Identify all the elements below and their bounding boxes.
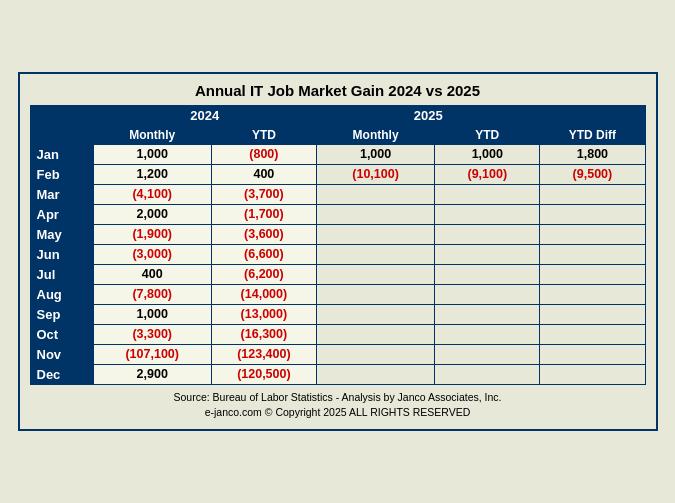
table-row: Apr2,000(1,700): [30, 204, 645, 224]
monthly-2024-value: (3,300): [93, 324, 211, 344]
ytd-2025-value: [435, 344, 540, 364]
monthly-2024-value: (1,900): [93, 224, 211, 244]
ytd-diff-value: [540, 284, 645, 304]
monthly-2024-value: (107,100): [93, 344, 211, 364]
ytd-2024-value: (13,000): [211, 304, 316, 324]
ytd-2025-value: [435, 304, 540, 324]
month-col-header: [30, 125, 93, 144]
ytd-2025-value: [435, 224, 540, 244]
month-label: May: [30, 224, 93, 244]
ytd-diff-value: 1,800: [540, 144, 645, 164]
ytddiff-header: [540, 105, 645, 125]
table-body: Jan1,000(800)1,0001,0001,800Feb1,200400(…: [30, 144, 645, 384]
monthly-2025-value: [316, 204, 434, 224]
month-label: Mar: [30, 184, 93, 204]
ytd-2025-value: 1,000: [435, 144, 540, 164]
chart-title: Annual IT Job Market Gain 2024 vs 2025: [30, 82, 646, 99]
ytd-2024-value: (1,700): [211, 204, 316, 224]
ytd-diff-value: [540, 304, 645, 324]
month-label: Jul: [30, 264, 93, 284]
monthly-2024-value: 2,000: [93, 204, 211, 224]
table-row: Jun(3,000)(6,600): [30, 244, 645, 264]
ytd-2024-header: YTD: [211, 125, 316, 144]
ytd-diff-value: [540, 244, 645, 264]
ytd-2024-value: 400: [211, 164, 316, 184]
month-label: Jun: [30, 244, 93, 264]
monthly-2025-value: [316, 344, 434, 364]
monthly-2024-value: (3,000): [93, 244, 211, 264]
monthly-2025-value: [316, 364, 434, 384]
monthly-2025-value: [316, 224, 434, 244]
ytd-diff-value: [540, 344, 645, 364]
monthly-2025-value: (10,100): [316, 164, 434, 184]
footer: Source: Bureau of Labor Statistics - Ana…: [30, 390, 646, 419]
monthly-2025-value: [316, 324, 434, 344]
table-row: Jan1,000(800)1,0001,0001,800: [30, 144, 645, 164]
ytd-2024-value: (120,500): [211, 364, 316, 384]
ytd-2025-value: [435, 324, 540, 344]
footer-line2: e-janco.com © Copyright 2025 ALL RIGHTS …: [30, 405, 646, 420]
table-row: Mar(4,100)(3,700): [30, 184, 645, 204]
ytd-2025-value: (9,100): [435, 164, 540, 184]
table-row: Jul400(6,200): [30, 264, 645, 284]
monthly-2025-value: [316, 244, 434, 264]
table-row: Sep1,000(13,000): [30, 304, 645, 324]
ytd-diff-value: [540, 324, 645, 344]
table-row: Feb1,200400(10,100)(9,100)(9,500): [30, 164, 645, 184]
month-label: Jan: [30, 144, 93, 164]
ytd-2024-value: (16,300): [211, 324, 316, 344]
ytd-diff-value: (9,500): [540, 164, 645, 184]
ytd-diff-value: [540, 264, 645, 284]
ytd-2025-value: [435, 204, 540, 224]
data-table: 2024 2025 Monthly YTD Monthly YTD YTD Di…: [30, 105, 646, 385]
month-label: Dec: [30, 364, 93, 384]
monthly-2024-header: Monthly: [93, 125, 211, 144]
ytd-2024-value: (123,400): [211, 344, 316, 364]
monthly-2024-value: 2,900: [93, 364, 211, 384]
ytddiff-col-header: YTD Diff: [540, 125, 645, 144]
monthly-2024-value: 400: [93, 264, 211, 284]
ytd-2024-value: (3,700): [211, 184, 316, 204]
ytd-2025-header: YTD: [435, 125, 540, 144]
col-header-row: Monthly YTD Monthly YTD YTD Diff: [30, 125, 645, 144]
month-label: Nov: [30, 344, 93, 364]
monthly-2024-value: (4,100): [93, 184, 211, 204]
monthly-2025-header: Monthly: [316, 125, 434, 144]
monthly-2024-value: 1,000: [93, 304, 211, 324]
footer-line1: Source: Bureau of Labor Statistics - Ana…: [30, 390, 646, 405]
ytd-diff-value: [540, 184, 645, 204]
monthly-2025-value: [316, 264, 434, 284]
ytd-2025-value: [435, 264, 540, 284]
empty-header: [30, 105, 93, 125]
ytd-2024-value: (3,600): [211, 224, 316, 244]
year-header-row: 2024 2025: [30, 105, 645, 125]
monthly-2025-value: 1,000: [316, 144, 434, 164]
ytd-2024-value: (800): [211, 144, 316, 164]
ytd-2024-value: (14,000): [211, 284, 316, 304]
month-label: Feb: [30, 164, 93, 184]
year-2024-header: 2024: [93, 105, 316, 125]
table-row: Aug(7,800)(14,000): [30, 284, 645, 304]
monthly-2024-value: 1,200: [93, 164, 211, 184]
chart-container: Annual IT Job Market Gain 2024 vs 2025 2…: [18, 72, 658, 431]
month-label: Aug: [30, 284, 93, 304]
table-row: Oct(3,300)(16,300): [30, 324, 645, 344]
ytd-diff-value: [540, 204, 645, 224]
ytd-2024-value: (6,600): [211, 244, 316, 264]
monthly-2024-value: 1,000: [93, 144, 211, 164]
table-row: May(1,900)(3,600): [30, 224, 645, 244]
ytd-2025-value: [435, 284, 540, 304]
monthly-2025-value: [316, 184, 434, 204]
month-label: Sep: [30, 304, 93, 324]
ytd-2025-value: [435, 244, 540, 264]
ytd-diff-value: [540, 364, 645, 384]
ytd-diff-value: [540, 224, 645, 244]
ytd-2024-value: (6,200): [211, 264, 316, 284]
monthly-2025-value: [316, 304, 434, 324]
table-row: Nov(107,100)(123,400): [30, 344, 645, 364]
year-2025-header: 2025: [316, 105, 539, 125]
monthly-2025-value: [316, 284, 434, 304]
monthly-2024-value: (7,800): [93, 284, 211, 304]
ytd-2025-value: [435, 184, 540, 204]
table-row: Dec2,900(120,500): [30, 364, 645, 384]
